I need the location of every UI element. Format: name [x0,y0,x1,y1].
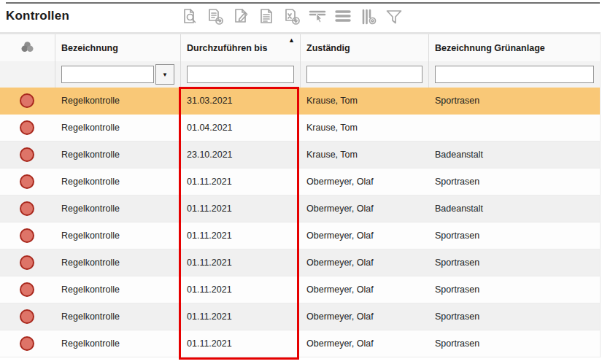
bezeichnung-cell: Regelkontrolle [55,222,181,249]
durchzufuehren-bis-filter-input[interactable] [187,66,294,83]
funnel-icon [385,7,404,28]
bezeichnung-cell: Regelkontrolle [55,142,181,168]
red-status-indicator [20,120,34,135]
table-row[interactable]: Regelkontrolle 01.11.2021 Obermeyer, Ola… [0,222,600,249]
column-settings-button[interactable] [358,8,379,27]
select-rows-button[interactable] [307,8,328,27]
zustaendig-cell: Obermeyer, Olaf [301,169,429,195]
table-filter-row: ▼ [0,61,600,88]
filter-button[interactable] [384,8,404,27]
document-lines-icon [257,7,276,28]
gruenanlage-cell [429,115,600,141]
bezeichnung-filter-input[interactable] [61,66,154,83]
red-status-indicator [20,93,34,108]
status-cluster-icon [21,42,34,55]
gruenanlage-filter-input[interactable] [435,66,594,83]
status-cell [0,276,55,303]
column-header-gruenanlage[interactable]: Bezeichnung Grünanlage [429,34,600,61]
status-cell [0,330,55,357]
durchzufuehren-bis-cell: 01.11.2021 [181,303,301,330]
red-status-indicator [20,147,34,162]
bezeichnung-cell: Regelkontrolle [55,195,181,222]
bezeichnung-filter-dropdown-button[interactable]: ▼ [155,64,174,85]
zustaendig-cell: Obermeyer, Olaf [301,195,429,222]
zustaendig-cell: Krause, Tom [301,142,429,168]
document-arrow-icon [206,7,225,28]
red-status-indicator [20,255,34,270]
column-header-zustaendig[interactable]: Zuständig [301,34,429,61]
document-search-icon [180,7,199,28]
zustaendig-cell: Obermeyer, Olaf [301,330,429,357]
table-row[interactable]: Regelkontrolle 01.04.2021 Krause, Tom [0,115,600,142]
durchzufuehren-bis-cell: 31.03.2021 [181,88,301,114]
red-status-indicator [20,282,34,297]
table-row[interactable]: Regelkontrolle 31.03.2021 Krause, Tom Sp… [0,88,600,115]
red-status-indicator [20,336,34,351]
column-header-label: Bezeichnung Grünanlage [435,43,545,53]
document-pencil-icon [231,7,250,28]
table-header-row: Bezeichnung Durchzuführen bis ▲ Zuständi… [0,34,600,61]
rows-cursor-icon [308,7,327,28]
table-row[interactable]: Regelkontrolle 01.11.2021 Obermeyer, Ola… [0,330,600,357]
gruenanlage-cell: Badeanstalt [429,195,600,222]
filter-cell-durchzufuehren-bis [181,61,301,88]
gruenanlage-cell: Sportrasen [429,222,600,249]
column-header-label: Bezeichnung [61,43,118,53]
column-header-status[interactable] [0,34,55,61]
page-title: Kontrollen [6,9,69,23]
zustaendig-cell: Obermeyer, Olaf [301,222,429,249]
bezeichnung-cell: Regelkontrolle [55,303,181,330]
column-header-label: Durchzuführen bis [187,43,267,53]
filter-cell-status [0,61,55,88]
gruenanlage-cell: Sportrasen [429,303,600,330]
bezeichnung-cell: Regelkontrolle [55,169,181,195]
red-status-indicator [20,201,34,216]
red-status-indicator [20,309,34,324]
column-header-bezeichnung[interactable]: Bezeichnung [55,34,181,61]
kontrollen-table: Bezeichnung Durchzuführen bis ▲ Zuständi… [0,32,601,357]
sort-ascending-icon[interactable]: ▲ [288,36,295,44]
zustaendig-cell: Krause, Tom [301,115,429,141]
bezeichnung-cell: Regelkontrolle [55,88,181,114]
status-cell [0,142,55,168]
durchzufuehren-bis-cell: 01.11.2021 [181,249,301,276]
table-row[interactable]: Regelkontrolle 01.11.2021 Obermeyer, Ola… [0,303,600,330]
durchzufuehren-bis-cell: 01.11.2021 [181,276,301,303]
status-cell [0,169,55,195]
column-header-durchzufuehren-bis[interactable]: Durchzuführen bis ▲ [181,34,301,61]
list-rows-button[interactable] [333,8,353,27]
table-row[interactable]: Regelkontrolle 01.11.2021 Obermeyer, Ola… [0,195,600,222]
zustaendig-filter-input[interactable] [306,66,422,83]
bezeichnung-cell: Regelkontrolle [55,249,181,276]
table-row[interactable]: Regelkontrolle 23.10.2021 Krause, Tom Ba… [0,142,600,169]
zustaendig-cell: Obermeyer, Olaf [301,249,429,276]
zustaendig-cell: Krause, Tom [301,88,429,114]
status-cell [0,249,55,276]
status-cell [0,115,55,141]
export-document-button[interactable] [205,8,225,27]
status-cell [0,222,55,249]
columns-gear-icon [359,7,378,28]
durchzufuehren-bis-cell: 01.04.2021 [181,115,301,141]
report-document-button[interactable] [256,8,277,27]
red-status-indicator [20,228,34,243]
preview-document-button[interactable] [180,8,200,27]
durchzufuehren-bis-cell: 23.10.2021 [181,142,301,168]
table-row[interactable]: Regelkontrolle 01.11.2021 Obermeyer, Ola… [0,276,600,303]
status-cell [0,195,55,222]
bezeichnung-cell: Regelkontrolle [55,276,181,303]
zustaendig-cell: Obermeyer, Olaf [301,303,429,330]
gruenanlage-cell: Sportrasen [429,169,600,195]
gruenanlage-cell: Badeanstalt [429,142,600,168]
stacked-rows-icon [333,7,352,28]
zustaendig-cell: Obermeyer, Olaf [301,276,429,303]
durchzufuehren-bis-cell: 01.11.2021 [181,169,301,195]
table-body: Regelkontrolle 31.03.2021 Krause, Tom Sp… [0,88,600,357]
table-row[interactable]: Regelkontrolle 01.11.2021 Obermeyer, Ola… [0,169,600,195]
filter-cell-zustaendig [301,61,429,88]
title-bar: Kontrollen [0,0,602,32]
excel-export-button[interactable] [282,8,302,27]
table-row[interactable]: Regelkontrolle 01.11.2021 Obermeyer, Ola… [0,249,600,276]
toolbar [180,8,404,27]
edit-document-button[interactable] [231,8,251,27]
